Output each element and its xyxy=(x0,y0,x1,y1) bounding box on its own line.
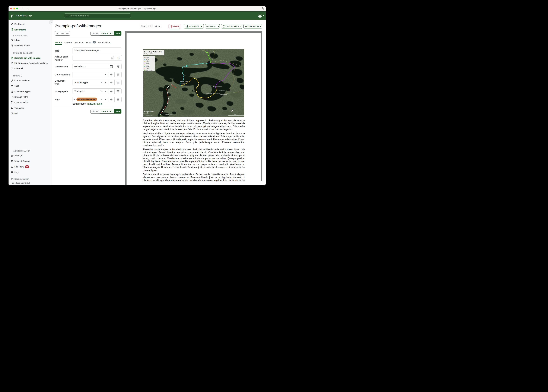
svg-text:Legend: Legend xyxy=(144,57,149,59)
svg-text:Day 6: Day 6 xyxy=(146,68,149,69)
svg-text:Gary Island: Gary Island xyxy=(180,83,186,84)
svg-text:Day 3: Day 3 xyxy=(146,63,149,64)
svg-text:Day 4: Day 4 xyxy=(146,64,149,66)
svg-text:Google Earth: Google Earth xyxy=(144,110,155,113)
svg-text:Lincoln Island: Lincoln Island xyxy=(219,90,225,91)
svg-text:Half Dog Island: Half Dog Island xyxy=(208,84,215,86)
svg-text:New York Island: New York Island xyxy=(180,81,187,82)
svg-text:Indian Grave Island: Indian Grave Island xyxy=(220,81,229,83)
svg-text:3 mi: 3 mi xyxy=(234,114,236,115)
svg-text:Boundary Waters Trip: Boundary Waters Trip xyxy=(144,51,162,53)
svg-text:© 2017 Google: © 2017 Google xyxy=(144,113,149,114)
svg-text:Entry Point 24: Entry Point 24 xyxy=(146,70,152,71)
svg-text:Squirrel Island: Squirrel Island xyxy=(220,93,227,95)
svg-text:Day 2: Day 2 xyxy=(146,61,149,62)
svg-text:Hausons Island: Hausons Island xyxy=(213,62,220,64)
svg-text:Text: Text xyxy=(192,90,196,92)
svg-text:Day 1: Day 1 xyxy=(146,59,149,61)
svg-text:Norway Island: Norway Island xyxy=(213,93,220,94)
svg-text:Mile Island: Mile Island xyxy=(160,113,166,115)
svg-text:Six days in BWCA: Six days in BWCA xyxy=(144,53,153,55)
svg-text:Washington Island: Washington Island xyxy=(213,86,222,87)
svg-text:Charlies Island: Charlies Island xyxy=(165,114,173,115)
svg-text:Image © 2017 DigitalGlobe: Image © 2017 DigitalGlobe xyxy=(144,115,153,116)
svg-text:N: N xyxy=(231,111,232,113)
svg-text:Canoe Island: Canoe Island xyxy=(206,93,212,94)
svg-text:Day 5: Day 5 xyxy=(146,66,149,67)
